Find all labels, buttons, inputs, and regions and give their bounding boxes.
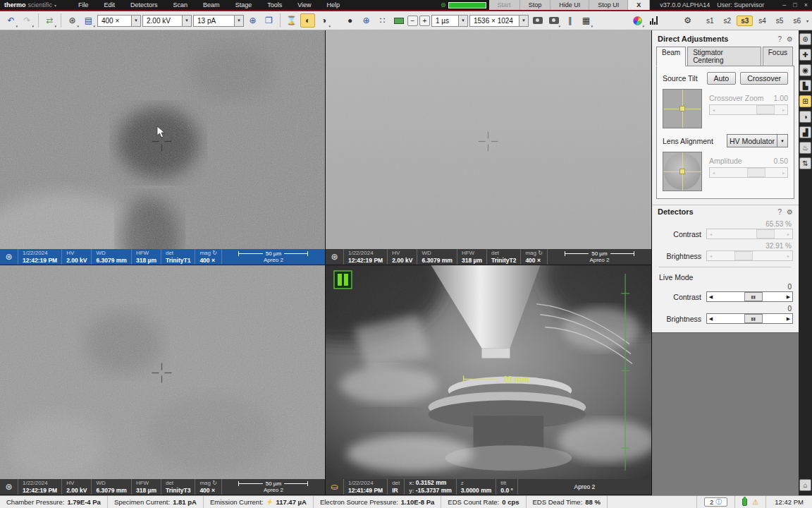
close-icon[interactable]: × [804,1,808,8]
emission-current: Emission Current:⚡117.47 µA [204,496,314,508]
brightness-mode-button[interactable]: ◑▾ [316,13,331,28]
scan-display-button[interactable]: ▤▾ [81,13,96,28]
quadrant-2[interactable]: ⊛ 1/22/202412:42:19 PM HV2.00 kV WD6.307… [326,30,652,265]
menu-edit[interactable]: Edit [97,1,123,8]
measurement-button[interactable]: ⌛ [284,13,299,28]
histogram-panel-icon[interactable]: ▟ [799,126,811,138]
reduced-area-button[interactable]: ❐ [262,13,276,28]
svg-text:10 mm: 10 mm [503,375,529,385]
beam-control-icon[interactable]: ⊛ [799,33,811,45]
preset-s1[interactable]: s1 [702,16,718,26]
settings-gear-icon[interactable]: ⚙ [680,13,695,28]
crossover-button[interactable]: Crossover [740,72,788,85]
notification-counter-button[interactable]: 2ⓘ [704,497,727,507]
quadrant-3[interactable]: ⊛ 1/22/202412:42:19 PM HV2.00 kV WD6.307… [0,265,326,495]
preset-s5[interactable]: s5 [772,16,788,26]
voltage-dropdown[interactable]: 2.00 kV▼ [142,15,192,27]
sem-image-t2[interactable] [326,30,651,249]
signal-mixer-icon[interactable]: ⇅ [799,157,811,169]
source-pressure: Electron Source Pressure:1.10E-8 Pa [314,496,441,508]
beam-current-dropdown[interactable]: 13 pA▼ [193,15,244,27]
menu-file[interactable]: File [70,1,97,8]
contrast-mode-button[interactable]: ◐ [300,13,315,28]
histogram-button[interactable] [646,13,661,28]
ir-camera-bulb-icon: ⛀ [326,479,344,495]
gear-icon[interactable]: ⚙ [787,208,793,216]
learning-center-icon[interactable]: ⌂ [799,479,811,491]
videoscope-button[interactable]: ▦▾ [579,13,593,28]
databar-toggle-button[interactable] [391,13,406,28]
menu-stage[interactable]: Stage [228,1,260,8]
lens-alignment-label: Lens Alignment [663,137,722,145]
pause-button[interactable]: ∥ [562,13,577,28]
time-value: 12:42:19 PM [23,257,57,264]
stop-button[interactable]: Stop [520,0,551,10]
dwell-decrease-button[interactable]: − [407,16,418,26]
resolution-dropdown[interactable]: 1536 × 1024▼ [469,15,529,27]
preset-s6[interactable]: s6 [789,16,805,26]
menu-tools[interactable]: Tools [259,1,290,8]
menu-beam[interactable]: Beam [195,1,228,8]
help-icon[interactable]: ? [777,35,782,43]
menu-detectors[interactable]: Detectors [123,1,166,8]
databar-q2: ⊛ 1/22/202412:42:19 PM HV2.00 kV WD6.307… [326,249,651,265]
title-bar: thermoscientific ▾ File Edit Detectors S… [0,0,812,11]
preset-s2[interactable]: s2 [720,16,736,26]
sem-image-t3[interactable] [0,265,325,479]
live-brightness-slider[interactable]: ◀▮▮▶ [706,313,793,324]
gear-icon[interactable]: ⚙ [787,35,793,43]
quad-viewports: ⊛ 1/22/202412:42:19 PM HV2.00 kV WD6.307… [0,30,652,495]
auto-contrast-button[interactable]: ● [343,13,357,28]
start-button[interactable]: Start [489,0,520,10]
center-feature-icon[interactable]: ⊞ [799,95,811,107]
preset-s4[interactable]: s4 [754,16,770,26]
view-eye-icon[interactable]: ◉ [799,64,811,76]
snapshot-camera-icon[interactable] [530,13,545,28]
stage-navigation-button[interactable]: ⇄▾ [42,13,57,28]
lens-alignment-control[interactable] [663,152,702,191]
color-mode-button[interactable]: ▾ [630,13,645,28]
hide-ui-button[interactable]: Hide UI [550,0,589,10]
chamber-camera-view[interactable]: 10 mm [326,265,651,479]
vent-status-icon [742,498,747,506]
live-contrast-slider[interactable]: ◀▮▮▶ [706,291,793,302]
dwell-increase-button[interactable]: + [419,16,430,26]
tab-focus[interactable]: Focus [763,47,793,66]
navigation-3d-icon[interactable]: ▙ [799,80,811,92]
beam-shift-button[interactable]: ⊕ [245,13,260,28]
minimize-icon[interactable]: – [782,1,786,8]
close-panel-button[interactable]: X [628,0,650,10]
stigmator-button[interactable]: ∷ [375,13,390,28]
redo-button[interactable]: ↷▾ [20,13,35,28]
menu-help[interactable]: Help [319,1,348,8]
menu-view[interactable]: View [290,1,319,8]
dwell-time-dropdown[interactable]: 1 µs▼ [431,15,468,27]
source-tilt-control[interactable] [663,89,702,128]
preset-s3[interactable]: s3 [737,16,753,26]
amplitude-value: 0.50 [774,157,788,165]
direct-adjustments-panel: Direct Adjustments ? ⚙ Beam Stigmator Ce… [652,32,799,199]
menu-scan[interactable]: Scan [166,1,196,8]
sem-image-t1[interactable] [0,30,325,249]
chamber-scope-icon[interactable]: ♨ [799,142,811,154]
undo-button[interactable]: ↶▾ [4,13,18,28]
quadrant-1[interactable]: ⊛ 1/22/202412:42:19 PM HV2.00 kV WD6.307… [0,30,326,265]
contrast-percent: 65.53 % [659,220,792,228]
quadrant-4[interactable]: 10 mm ⛀ 1/22/202412:41:49 PM detIR x: 0.… [326,265,652,495]
help-icon[interactable]: ? [777,208,782,216]
magnification-dropdown[interactable]: 400 ×▼ [97,15,141,27]
tab-stigmator-centering[interactable]: Stigmator Centering [687,47,761,66]
auto-focus-button[interactable]: ⊕ [359,13,374,28]
auto-button[interactable]: Auto [707,72,737,85]
tab-beam[interactable]: Beam [656,47,686,66]
maximize-icon[interactable]: □ [793,1,796,8]
right-panel: Direct Adjustments ? ⚙ Beam Stigmator Ce… [652,30,799,495]
beam-settings-button[interactable]: ⊛▾ [65,13,80,28]
detector-mode-icon[interactable]: ◑ [799,111,811,123]
stop-ui-button[interactable]: Stop UI [589,0,628,10]
stage-move-icon[interactable]: ✚ [799,49,811,61]
app-logo[interactable]: thermoscientific ▾ [4,1,56,8]
hv-modulator-dropdown[interactable]: HV Modulator▼ [727,134,788,147]
photo-capture-icon[interactable]: ▾ [546,13,561,28]
presets-dropdown-icon[interactable]: ▾ [806,18,808,23]
